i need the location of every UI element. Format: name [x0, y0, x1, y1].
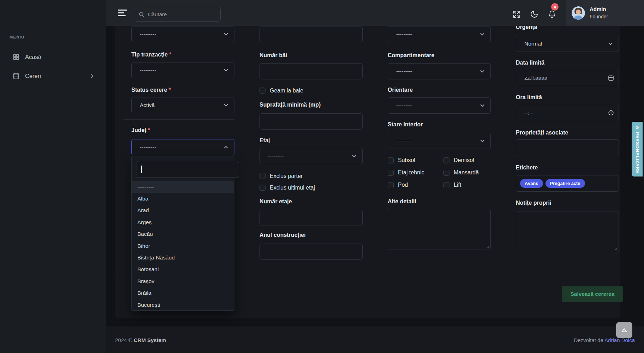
- hamburger-menu-icon[interactable]: [118, 10, 127, 16]
- top-input-col2[interactable]: [260, 26, 363, 42]
- etaj-tehnic-checkbox[interactable]: [388, 170, 394, 176]
- top-select-col3[interactable]: ---------: [388, 26, 491, 42]
- personalizare-tab-label: PERSONALIZARE: [635, 132, 640, 173]
- proprietati-asociate-input[interactable]: [516, 139, 619, 156]
- chevron-down-icon: [607, 41, 614, 47]
- required-asterisk: *: [169, 52, 171, 58]
- resize-handle-icon[interactable]: [485, 245, 489, 249]
- copyright-text: 2024 © CRM System: [115, 337, 166, 343]
- database-icon: [13, 73, 19, 79]
- save-request-button[interactable]: Salvează cererea: [562, 286, 623, 302]
- geam-la-baie-label: Geam la baie: [270, 88, 303, 94]
- status-cerere-select[interactable]: Activă: [131, 97, 234, 113]
- sidebar-item-cereri[interactable]: Cereri: [0, 70, 106, 82]
- judet-option[interactable]: Bistrița-Năsăud: [132, 252, 234, 263]
- urgenta-select[interactable]: Normal: [516, 36, 619, 52]
- suprafata-minima-input[interactable]: [260, 113, 363, 130]
- alte-detalii-label: Alte detalii: [388, 198, 416, 205]
- triangle-up-icon: [620, 326, 628, 334]
- judet-option[interactable]: ---------: [132, 181, 234, 193]
- etichete-label: Etichete: [516, 164, 538, 171]
- brand-name: CRM System: [134, 337, 166, 343]
- subsol-checkbox[interactable]: [388, 157, 394, 163]
- personalizare-tab[interactable]: ⚙ PERSONALIZARE: [632, 122, 643, 176]
- data-limita-input[interactable]: zz.ll.aaaa: [516, 70, 619, 86]
- judet-option[interactable]: București: [132, 299, 234, 311]
- exclus-ultimul-etaj-checkbox[interactable]: [260, 185, 266, 191]
- chevron-down-icon: [223, 31, 229, 37]
- fullscreen-icon[interactable]: [513, 10, 521, 18]
- chevron-down-icon: [479, 31, 485, 37]
- demisol-checkbox[interactable]: [443, 157, 449, 163]
- numar-etaje-input[interactable]: [260, 210, 363, 226]
- exclus-ultimul-etaj-label: Exclus ultimul etaj: [270, 185, 315, 191]
- user-name: Admin: [590, 6, 608, 12]
- user-menu[interactable]: Admin Founder: [566, 0, 644, 26]
- exclus-parter-checkbox[interactable]: [260, 173, 266, 179]
- crm-request-form-page: { "required_marker": "*", "sidebar": { "…: [0, 0, 644, 353]
- numar-bai-input[interactable]: [260, 63, 363, 79]
- judet-option[interactable]: Bihor: [132, 240, 234, 252]
- tip-tranzactie-label: Tip tranzacție*: [131, 52, 171, 58]
- notite-proprii-label: Notițe proprii: [516, 200, 551, 206]
- moon-icon[interactable]: [530, 10, 538, 18]
- calendar-icon[interactable]: [608, 75, 614, 81]
- judet-dropdown-panel: ---------AlbaAradArgeșBacăuBihorBistrița…: [131, 156, 234, 311]
- judet-option[interactable]: Bacău: [132, 228, 234, 240]
- required-asterisk: *: [148, 127, 150, 133]
- mansarda-checkbox[interactable]: [443, 170, 449, 176]
- data-limita-label: Data limită: [516, 60, 544, 66]
- geam-la-baie-checkbox[interactable]: [260, 88, 266, 94]
- gear-icon: ⚙: [635, 125, 639, 130]
- avatar: [572, 6, 585, 20]
- orientare-select[interactable]: ---------: [388, 97, 491, 114]
- chevron-down-icon: [351, 153, 357, 159]
- alte-detalii-textarea[interactable]: [388, 209, 491, 250]
- stare-interior-select[interactable]: ---------: [388, 133, 491, 149]
- pod-label: Pod: [398, 182, 408, 188]
- grid-icon: [13, 54, 19, 60]
- scroll-to-top-button[interactable]: [616, 322, 632, 338]
- chevron-down-icon: [223, 102, 229, 108]
- ora-limita-input[interactable]: --:--: [516, 105, 619, 121]
- anul-constructiei-input[interactable]: [260, 244, 363, 260]
- search-placeholder: Căutare: [148, 11, 167, 17]
- tip-tranzactie-select[interactable]: ---------: [131, 62, 234, 78]
- judet-select[interactable]: ---------: [131, 139, 234, 155]
- lift-label: Lift: [454, 182, 461, 188]
- sidebar-menu-header: MENIU: [10, 35, 24, 39]
- pod-checkbox[interactable]: [388, 182, 394, 188]
- sidebar: MENIU Acasă Cereri: [0, 0, 106, 353]
- chevron-down-icon: [479, 68, 485, 74]
- resize-handle-icon[interactable]: [614, 247, 618, 251]
- clock-icon[interactable]: [608, 110, 614, 116]
- compartimentare-label: Compartimentare: [388, 52, 434, 59]
- compartimentare-select[interactable]: ---------: [388, 63, 491, 79]
- tag-pill[interactable]: Avans: [520, 179, 543, 188]
- judet-label: Județ*: [131, 127, 150, 133]
- bell-icon[interactable]: [548, 10, 556, 18]
- judet-option[interactable]: Brașov: [132, 275, 234, 287]
- top-select-col1-value: ---------: [140, 31, 156, 37]
- judet-option[interactable]: Alba: [132, 193, 234, 204]
- demisol-label: Demisol: [454, 157, 474, 163]
- judet-option[interactable]: Argeș: [132, 216, 234, 228]
- search-input[interactable]: Căutare: [134, 7, 221, 22]
- tag-pill[interactable]: Pregătire acte: [545, 179, 585, 188]
- topbar: Căutare 4 Admin Founder: [106, 0, 644, 26]
- lift-checkbox[interactable]: [443, 182, 449, 188]
- judet-dropdown-search-input[interactable]: [137, 161, 239, 178]
- sidebar-item-acasa[interactable]: Acasă: [0, 51, 106, 63]
- chevron-down-icon: [479, 138, 485, 144]
- judet-option[interactable]: Arad: [132, 205, 234, 216]
- etaj-label: Etaj: [260, 137, 270, 144]
- top-select-col1[interactable]: ---------: [131, 26, 234, 42]
- judet-option-list: ---------AlbaAradArgeșBacăuBihorBistrița…: [132, 181, 234, 311]
- judet-option[interactable]: Botoșani: [132, 264, 234, 275]
- proprietati-asociate-label: Proprietăți asociate: [516, 130, 568, 136]
- required-asterisk: *: [168, 87, 171, 93]
- etichete-tags-input[interactable]: AvansPregătire acte: [516, 175, 619, 192]
- etaj-select[interactable]: ---------: [260, 148, 363, 164]
- notite-proprii-textarea[interactable]: [516, 211, 619, 252]
- judet-option[interactable]: Brăila: [132, 287, 234, 299]
